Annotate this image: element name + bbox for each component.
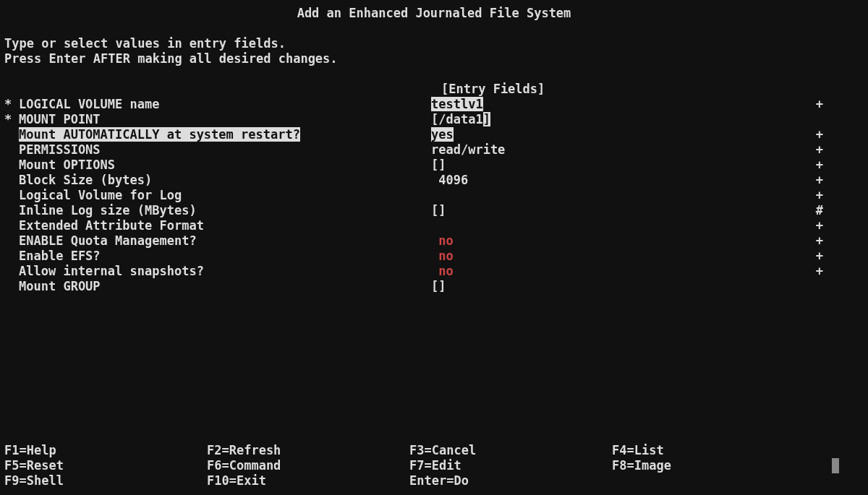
field-label: Mount OPTIONS bbox=[19, 158, 431, 173]
fnkey[interactable]: F8=Image bbox=[612, 458, 814, 473]
field-flag: + bbox=[816, 218, 823, 233]
field-value[interactable]: testlv1 bbox=[431, 97, 576, 112]
entry-fields-header: [Entry Fields] bbox=[0, 82, 868, 97]
field-value[interactable]: read/write bbox=[431, 142, 576, 158]
field-flag: # bbox=[816, 203, 823, 218]
fnkey[interactable]: F6=Command bbox=[207, 458, 409, 473]
fnkey-row: F5=ResetF6=CommandF7=EditF8=Image bbox=[4, 458, 864, 473]
field-label: MOUNT POINT bbox=[19, 112, 431, 127]
field-row: Logical Volume for Log+ bbox=[4, 188, 868, 203]
field-value[interactable]: no bbox=[431, 264, 576, 279]
bracket-close-icon: ] bbox=[483, 112, 490, 126]
field-row: Block Size (bytes) 4096+ bbox=[4, 173, 868, 188]
required-marker: * bbox=[4, 112, 19, 127]
field-flag: + bbox=[816, 233, 823, 249]
bracket-open-icon: [ bbox=[431, 112, 438, 126]
field-row: Enable EFS? no+ bbox=[4, 249, 868, 264]
field-row: Inline Log size (MBytes)[]# bbox=[4, 203, 868, 218]
field-value[interactable]: no bbox=[431, 249, 576, 264]
field-value[interactable]: no bbox=[431, 233, 576, 249]
fnkey[interactable]: Enter=Do bbox=[409, 473, 612, 488]
fnkey-row: F9=ShellF10=ExitEnter=Do bbox=[4, 473, 864, 488]
bracket-close-icon: ] bbox=[438, 203, 446, 218]
field-row: Allow internal snapshots? no+ bbox=[4, 264, 868, 279]
bracket-close-icon: ] bbox=[438, 279, 446, 293]
field-label: Logical Volume for Log bbox=[19, 188, 431, 203]
field-flag: + bbox=[816, 264, 823, 279]
form-fields: *LOGICAL VOLUME nametestlv1+*MOUNT POINT… bbox=[0, 97, 868, 294]
field-row: ENABLE Quota Management? no+ bbox=[4, 233, 868, 249]
field-label: LOGICAL VOLUME name bbox=[19, 97, 431, 112]
field-row: Mount AUTOMATICALLY at system restart?ye… bbox=[4, 127, 868, 142]
bracket-open-icon: [ bbox=[431, 279, 438, 293]
fnkey[interactable]: F4=List bbox=[612, 443, 814, 458]
field-flag: + bbox=[816, 142, 823, 158]
field-value[interactable]: [] bbox=[431, 279, 576, 294]
fnkey[interactable]: F3=Cancel bbox=[409, 443, 612, 458]
field-flag: + bbox=[816, 127, 823, 142]
bracket-open-icon: [ bbox=[431, 203, 438, 218]
fnkey[interactable]: F1=Help bbox=[4, 443, 207, 458]
field-flag: + bbox=[816, 158, 823, 173]
fnkey-row: F1=HelpF2=RefreshF3=CancelF4=List bbox=[4, 443, 864, 458]
field-value[interactable]: [/data1] bbox=[431, 112, 576, 127]
field-label: Allow internal snapshots? bbox=[19, 264, 431, 279]
fnkey[interactable]: F7=Edit bbox=[409, 458, 612, 473]
instructions-line-1: Type or select values in entry fields. bbox=[0, 36, 868, 51]
field-label: Mount AUTOMATICALLY at system restart? bbox=[19, 127, 431, 142]
fnkey[interactable]: F5=Reset bbox=[4, 458, 207, 473]
field-value[interactable]: [] bbox=[431, 158, 576, 173]
cursor-icon bbox=[832, 458, 839, 473]
field-label: Enable EFS? bbox=[19, 249, 431, 264]
field-label: PERMISSIONS bbox=[19, 142, 431, 158]
field-value[interactable]: yes bbox=[431, 127, 576, 142]
field-row: PERMISSIONSread/write+ bbox=[4, 142, 868, 158]
field-flag: + bbox=[816, 188, 823, 203]
field-row: *MOUNT POINT[/data1] bbox=[4, 112, 868, 127]
field-label: Inline Log size (MBytes) bbox=[19, 203, 431, 218]
field-label: Block Size (bytes) bbox=[19, 173, 431, 188]
field-label: Extended Attribute Format bbox=[19, 218, 431, 233]
field-value[interactable]: [] bbox=[431, 203, 576, 218]
field-row: Mount OPTIONS[]+ bbox=[4, 158, 868, 173]
field-row: *LOGICAL VOLUME nametestlv1+ bbox=[4, 97, 868, 112]
fnkey[interactable]: F2=Refresh bbox=[207, 443, 409, 458]
function-keys: F1=HelpF2=RefreshF3=CancelF4=ListF5=Rese… bbox=[4, 443, 864, 488]
page-title: Add an Enhanced Journaled File System bbox=[0, 0, 868, 36]
field-flag: + bbox=[816, 97, 823, 112]
fnkey[interactable]: F10=Exit bbox=[207, 473, 409, 488]
field-value[interactable]: 4096 bbox=[431, 173, 576, 188]
fnkey[interactable]: F9=Shell bbox=[4, 473, 207, 488]
bracket-open-icon: [ bbox=[431, 158, 438, 172]
instructions-line-2: Press Enter AFTER making all desired cha… bbox=[0, 51, 868, 66]
field-flag: + bbox=[816, 173, 823, 188]
field-row: Extended Attribute Format+ bbox=[4, 218, 868, 233]
field-row: Mount GROUP[] bbox=[4, 279, 868, 294]
bracket-close-icon: ] bbox=[438, 158, 446, 172]
field-flag: + bbox=[816, 249, 823, 264]
required-marker: * bbox=[4, 97, 19, 112]
field-label: Mount GROUP bbox=[19, 279, 431, 294]
field-label: ENABLE Quota Management? bbox=[19, 233, 431, 249]
